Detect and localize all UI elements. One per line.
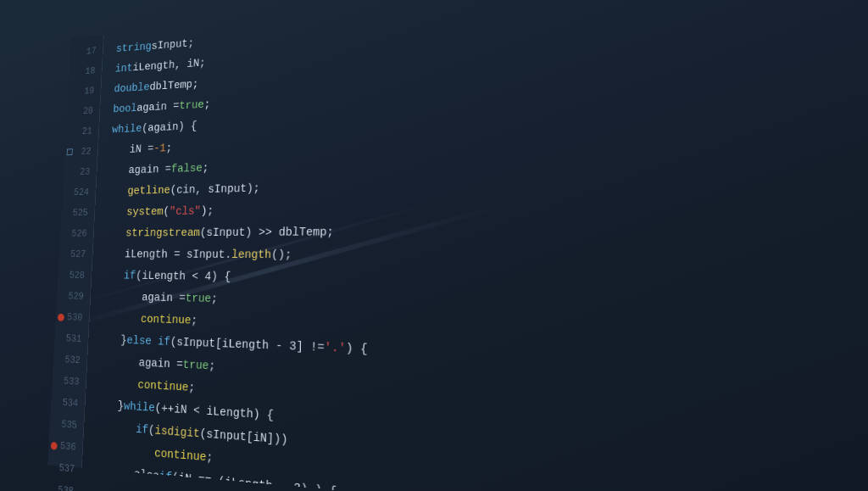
token: getline: [127, 181, 170, 203]
token: ;: [211, 288, 219, 310]
token: if: [136, 419, 149, 442]
line-number-528: 528: [58, 265, 86, 287]
token: else: [152, 488, 179, 491]
token: -1: [153, 138, 166, 159]
token: else: [133, 464, 159, 488]
token: (again) {: [142, 116, 198, 140]
line-number-23: 23: [64, 162, 91, 183]
code-area[interactable]: string sInput;int iLength, iN;double dbl…: [82, 0, 868, 491]
token: while: [123, 396, 155, 421]
token: length: [231, 244, 272, 266]
token: true: [182, 354, 209, 378]
token: again =: [138, 353, 183, 377]
token: ) {: [346, 338, 368, 362]
line-number-18: 18: [69, 61, 96, 82]
line-number-531: 531: [54, 328, 82, 350]
token: ;: [188, 377, 196, 400]
token: while: [112, 119, 142, 141]
token: ;: [202, 158, 209, 179]
token: ;: [191, 310, 198, 332]
token: string: [115, 36, 152, 59]
token: stringstream: [125, 223, 201, 245]
code-wrapper: 1718192021222352452552652752852953053153…: [47, 0, 868, 491]
token: ;: [209, 355, 216, 378]
token: double: [114, 77, 150, 100]
token: '.': [324, 337, 346, 361]
token: again =: [136, 96, 180, 119]
token: again =: [142, 287, 186, 310]
line-number-527: 527: [58, 244, 86, 265]
collapse-marker[interactable]: [67, 148, 73, 155]
token: isdigit: [154, 420, 200, 446]
token: dblTemp;: [149, 75, 199, 98]
token: else if: [126, 330, 171, 354]
token: iLength = sInput.: [124, 244, 231, 266]
token: system: [126, 202, 164, 223]
token: iN =: [129, 139, 154, 161]
line-number-535: 535: [49, 413, 77, 437]
token: again =: [128, 159, 171, 181]
line-number-533: 533: [52, 371, 80, 393]
line-number-534: 534: [51, 392, 79, 415]
token: continue: [137, 375, 189, 400]
token: ;: [206, 447, 214, 471]
token: (iLength < 4) {: [136, 265, 231, 288]
line-number-524: 524: [62, 182, 89, 204]
line-number-538: 538: [46, 478, 74, 491]
token: (sInput) >> dblTemp;: [199, 221, 334, 244]
token: false: [170, 158, 203, 180]
token: (cin, sInput);: [170, 178, 260, 202]
token: ;: [165, 138, 172, 159]
line-number-529: 529: [57, 286, 85, 307]
token: ;: [203, 94, 210, 115]
token: continue: [140, 309, 191, 332]
token: bool: [113, 98, 137, 120]
token: if: [159, 466, 172, 489]
line-number-525: 525: [61, 203, 88, 224]
line-number-537: 537: [47, 456, 75, 481]
token: "cls": [169, 201, 201, 223]
token: int: [114, 59, 133, 80]
token: if: [123, 265, 136, 287]
line-number-21: 21: [65, 121, 92, 142]
token: true: [179, 95, 204, 117]
token: ();: [271, 244, 292, 267]
token: true: [185, 288, 211, 311]
token: );: [200, 201, 214, 223]
editor-container: 1718192021222352452552652752852953053153…: [0, 0, 868, 491]
line-number-17: 17: [70, 42, 97, 64]
line-number-19: 19: [68, 81, 95, 103]
line-number-20: 20: [67, 101, 94, 122]
line-number-532: 532: [53, 349, 81, 372]
line-number-526: 526: [60, 224, 87, 245]
